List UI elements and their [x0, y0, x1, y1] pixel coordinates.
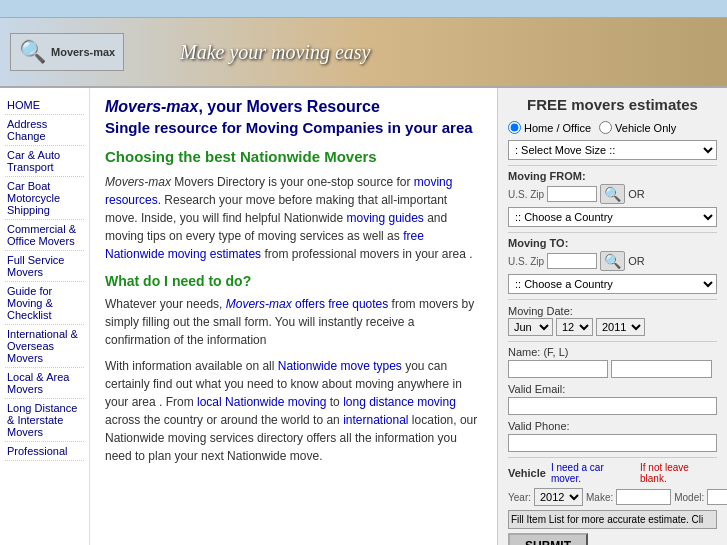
page-subtitle: Single resource for Moving Companies in … [105, 119, 482, 136]
brand-name: Movers-max [105, 98, 198, 115]
radio-vehicle-label[interactable]: Vehicle Only [599, 121, 676, 134]
sidebar-item-longdistance[interactable]: Long Distance & Interstate Movers [5, 399, 84, 442]
sidebar-item-local[interactable]: Local & Area Movers [5, 368, 84, 399]
date-year-select[interactable]: 20112012201320142015 [596, 318, 645, 336]
sidebar-item-address[interactable]: Address Change [5, 115, 84, 146]
vehicle-model-label: Model: [674, 492, 704, 503]
form-title: FREE movers estimates [508, 96, 717, 113]
link-long-distance[interactable]: long distance moving [343, 395, 456, 409]
sidebar-item-guide[interactable]: Guide for Moving & Checklist [5, 282, 84, 325]
sidebar: HOME Address Change Car & Auto Transport… [0, 88, 90, 545]
move-size-row: : Select Move Size ::Studio1 Bedroom2 Be… [508, 140, 717, 160]
vehicle-inputs-row: Year: 2000200120022003200420052006200720… [508, 488, 717, 506]
email-row: Valid Email: [508, 383, 717, 415]
email-label: Valid Email: [508, 383, 717, 395]
link-free-quotes[interactable]: Movers-max offers free quotes [226, 297, 389, 311]
logo-text: Movers-max [51, 46, 115, 58]
date-month-select[interactable]: Jun JanFebMarAprMay JunJulAugSep OctNovD… [508, 318, 553, 336]
vehicle-row: Vehicle I need a car mover. If not leave… [508, 462, 717, 484]
date-day-select[interactable]: 1234567891011121314151617181920212223242… [556, 318, 593, 336]
moving-to-row: Moving TO: U.S. Zip 🔍 OR :: Choose a Cou… [508, 237, 717, 294]
search-btn-to[interactable]: 🔍 [600, 251, 625, 271]
section-title-what: What do I need to do? [105, 273, 482, 289]
page-title-rest: , your Movers Resource [198, 98, 379, 115]
moving-date-row: Moving Date: Jun JanFebMarAprMay JunJulA… [508, 304, 717, 336]
sidebar-item-commercial[interactable]: Commercial & Office Movers [5, 220, 84, 251]
top-bar [0, 0, 727, 18]
zip-label-from: U.S. Zip [508, 189, 544, 200]
link-nationwide-move[interactable]: Nationwide move types [278, 359, 402, 373]
moving-to-label: Moving TO: [508, 237, 717, 249]
date-selects: Jun JanFebMarAprMay JunJulAugSep OctNovD… [508, 318, 717, 336]
main-wrapper: HOME Address Change Car & Auto Transport… [0, 88, 727, 545]
sidebar-item-boat[interactable]: Car Boat Motorcycle Shipping [5, 177, 84, 220]
sidebar-item-fullservice[interactable]: Full Service Movers [5, 251, 84, 282]
move-type-row: Home / Office Vehicle Only [508, 121, 717, 134]
vehicle-label: Vehicle [508, 467, 546, 479]
email-input[interactable] [508, 397, 717, 415]
phone-input[interactable] [508, 434, 717, 452]
para3: With information available on all Nation… [105, 357, 482, 465]
tagline: Make your moving easy [180, 41, 371, 64]
radio-vehicle[interactable] [599, 121, 612, 134]
radio-home-text: Home / Office [524, 122, 591, 134]
vehicle-year-label: Year: [508, 492, 531, 503]
divider3 [508, 299, 717, 300]
moving-from-row: Moving FROM: U.S. Zip 🔍 OR :: Choose a C… [508, 170, 717, 227]
first-name-input[interactable] [508, 360, 608, 378]
zip-input-from[interactable] [547, 186, 597, 202]
link-international[interactable]: international [343, 413, 408, 427]
radio-home[interactable] [508, 121, 521, 134]
logo-area: 🔍 Movers-max [10, 33, 124, 71]
vehicle-not-blank-text: If not leave blank. [640, 462, 717, 484]
name-row: Name: (F, L) [508, 346, 717, 378]
sidebar-item-international[interactable]: International & Overseas Movers [5, 325, 84, 368]
or-text-from: OR [628, 188, 645, 200]
form-panel: FREE movers estimates Home / Office Vehi… [497, 88, 727, 545]
para2: Whatever your needs, Movers-max offers f… [105, 295, 482, 349]
vehicle-year-select[interactable]: 2000200120022003200420052006200720082009… [534, 488, 583, 506]
divider4 [508, 341, 717, 342]
radio-home-label[interactable]: Home / Office [508, 121, 591, 134]
link-moving-guides[interactable]: moving guides [346, 211, 423, 225]
link-local-moving[interactable]: local Nationwide moving [197, 395, 326, 409]
country-select-from[interactable]: :: Choose a CountryUnited StatesCanadaMe… [508, 207, 717, 227]
vehicle-car-mover-link[interactable]: I need a car mover. [551, 462, 635, 484]
vehicle-make-input[interactable] [616, 489, 671, 505]
para1: Movers-max Movers Directory is your one-… [105, 173, 482, 263]
moving-date-label: Moving Date: [508, 305, 573, 317]
submit-button[interactable]: SUBMIT [508, 533, 588, 545]
country-select-to[interactable]: :: Choose a CountryUnited StatesCanadaMe… [508, 274, 717, 294]
sidebar-item-home[interactable]: HOME [5, 96, 84, 115]
vehicle-model-input[interactable] [707, 489, 727, 505]
moving-from-label: Moving FROM: [508, 170, 717, 182]
zip-input-to[interactable] [547, 253, 597, 269]
vehicle-make-label: Make: [586, 492, 613, 503]
moving-from-zip-row: U.S. Zip 🔍 OR [508, 184, 717, 204]
link-moving-estimates[interactable]: free Nationwide moving estimates [105, 229, 424, 261]
move-size-select[interactable]: : Select Move Size ::Studio1 Bedroom2 Be… [508, 140, 717, 160]
divider5 [508, 457, 717, 458]
section-title-nationwide: Choosing the best Nationwide Movers [105, 148, 482, 165]
last-name-input[interactable] [611, 360, 711, 378]
radio-vehicle-text: Vehicle Only [615, 122, 676, 134]
or-text-to: OR [628, 255, 645, 267]
name-inputs [508, 360, 717, 378]
phone-row: Valid Phone: [508, 420, 717, 452]
sidebar-item-car[interactable]: Car & Auto Transport [5, 146, 84, 177]
fill-item-btn[interactable]: Fill Item List for more accurate estimat… [508, 510, 717, 529]
divider1 [508, 165, 717, 166]
phone-label: Valid Phone: [508, 420, 717, 432]
zip-label-to: U.S. Zip [508, 256, 544, 267]
content-area: Movers-max, your Movers Resource Single … [90, 88, 497, 545]
logo-icon: 🔍 [19, 39, 46, 65]
name-label: Name: (F, L) [508, 346, 717, 358]
divider2 [508, 232, 717, 233]
header: 🔍 Movers-max Make your moving easy [0, 18, 727, 88]
sidebar-item-professional[interactable]: Professional [5, 442, 84, 461]
page-title: Movers-max, your Movers Resource [105, 98, 482, 116]
search-btn-from[interactable]: 🔍 [600, 184, 625, 204]
moving-to-zip-row: U.S. Zip 🔍 OR [508, 251, 717, 271]
